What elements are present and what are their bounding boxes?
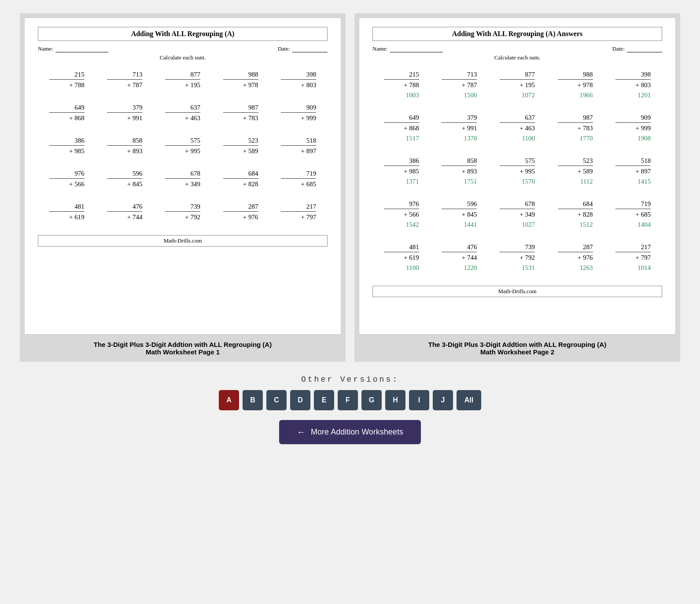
answer: 1263: [558, 263, 593, 273]
other-versions-label: Other Versions:: [219, 375, 481, 384]
problem: 596+ 845: [107, 169, 142, 189]
version-btn-c[interactable]: C: [266, 390, 287, 410]
problem: 518+ 8971415: [615, 156, 651, 186]
bottom-number: + 995: [165, 145, 200, 156]
top-number: 877: [500, 70, 535, 79]
problem: 637+ 4631100: [500, 113, 535, 143]
problems-row: 386+ 985858+ 893575+ 995523+ 589518+ 897: [38, 136, 328, 156]
problem: 476+ 744: [107, 202, 142, 222]
problem: 217+ 797: [281, 202, 316, 222]
top-number: 217: [615, 243, 651, 252]
bottom-number: + 195: [500, 79, 535, 90]
bottom-number: + 589: [223, 145, 258, 156]
problem: 518+ 897: [281, 136, 316, 156]
version-btn-i[interactable]: I: [409, 390, 429, 410]
problems-row: 386+ 9851371858+ 8931751575+ 9951570523+…: [372, 156, 662, 186]
top-number: 596: [107, 169, 142, 178]
problems-row: 215+ 788713+ 787877+ 195988+ 978398+ 803: [38, 70, 328, 90]
worksheet2-instruction: Calculate each sum.: [372, 54, 662, 61]
worksheet1-header: Name: Date:: [38, 45, 328, 52]
more-worksheets-label: More Addition Worksheets: [311, 427, 403, 437]
problem: 684+ 828: [223, 169, 258, 189]
top-number: 215: [384, 70, 419, 79]
bottom-number: + 976: [223, 211, 258, 222]
problem: 684+ 8281512: [558, 199, 593, 229]
answer: 1441: [442, 220, 477, 229]
worksheet-page1-wrapper: Adding With ALL Regrouping (A) Name: Dat…: [20, 13, 346, 362]
bottom-number: + 978: [223, 79, 258, 90]
bottom-number: + 985: [49, 145, 85, 156]
top-number: 739: [500, 243, 535, 252]
version-btn-d[interactable]: D: [290, 390, 310, 410]
version-btn-all[interactable]: All: [457, 390, 481, 410]
top-number: 909: [281, 103, 316, 112]
problem: 649+ 868: [49, 103, 85, 123]
bottom-number: + 792: [500, 252, 535, 262]
problem: 386+ 9851371: [384, 156, 419, 186]
version-btn-g[interactable]: G: [361, 390, 382, 410]
worksheet1-instruction: Calculate each sum.: [38, 54, 328, 61]
bottom-number: + 787: [442, 79, 477, 90]
bottom-number: + 897: [615, 166, 651, 176]
answer: 1201: [615, 91, 651, 100]
bottom-number: + 463: [165, 112, 200, 123]
problem: 719+ 6851404: [615, 199, 651, 229]
bottom-number: + 803: [615, 79, 651, 90]
bottom-number: + 893: [442, 166, 477, 176]
top-number: 476: [442, 243, 477, 252]
bottom-number: + 788: [384, 79, 419, 90]
more-worksheets-button[interactable]: ← More Addition Worksheets: [279, 420, 421, 444]
version-btn-e[interactable]: E: [314, 390, 334, 410]
top-number: 398: [281, 70, 316, 79]
answer: 1531: [500, 263, 535, 273]
name-label2: Name:: [372, 45, 443, 52]
name-label: Name:: [38, 45, 108, 52]
bottom-number: + 803: [281, 79, 316, 90]
bottom-number: + 976: [558, 252, 593, 262]
top-number: 481: [384, 243, 419, 252]
problem: 217+ 7971014: [615, 243, 651, 273]
top-number: 719: [281, 169, 316, 178]
version-btn-f[interactable]: F: [338, 390, 358, 410]
problem: 739+ 792: [165, 202, 200, 222]
problem: 976+ 566: [49, 169, 85, 189]
problem: 476+ 7441220: [442, 243, 477, 273]
bottom-number: + 897: [281, 145, 316, 156]
problem: 649+ 8681517: [384, 113, 419, 143]
problem: 215+ 7881003: [384, 70, 419, 100]
bottom-number: + 788: [49, 79, 85, 90]
problem: 575+ 9951570: [500, 156, 535, 186]
top-number: 523: [558, 156, 593, 166]
problem: 481+ 6191100: [384, 243, 419, 273]
bottom-number: + 797: [615, 252, 651, 262]
version-btn-h[interactable]: H: [385, 390, 405, 410]
problem: 379+ 9911370: [442, 113, 477, 143]
top-number: 988: [558, 70, 593, 79]
version-btn-a[interactable]: A: [219, 390, 239, 410]
bottom-number: + 349: [165, 178, 200, 189]
bottom-number: + 744: [442, 252, 477, 262]
problem: 398+ 8031201: [615, 70, 651, 100]
top-number: 649: [49, 103, 85, 112]
problem: 287+ 976: [223, 202, 258, 222]
top-number: 909: [615, 113, 651, 122]
version-btn-j[interactable]: J: [433, 390, 453, 410]
answer: 1112: [558, 177, 593, 186]
bottom-number: + 991: [107, 112, 142, 123]
bottom-number: + 566: [49, 178, 85, 189]
version-btn-b[interactable]: B: [243, 390, 263, 410]
bottom-number: + 828: [558, 209, 593, 219]
top-number: 398: [615, 70, 651, 79]
problem: 719+ 685: [281, 169, 316, 189]
problem: 215+ 788: [49, 70, 85, 90]
bottom-number: + 783: [223, 112, 258, 123]
answer: 1100: [384, 263, 419, 273]
answer: 1027: [500, 220, 535, 229]
top-number: 987: [223, 103, 258, 112]
top-number: 713: [442, 70, 477, 79]
problems-row: 481+ 619476+ 744739+ 792287+ 976217+ 797: [38, 202, 328, 222]
problem: 987+ 7831770: [558, 113, 593, 143]
problem: 909+ 999: [281, 103, 316, 123]
bottom-number: + 868: [49, 112, 85, 123]
answer: 1570: [500, 177, 535, 186]
